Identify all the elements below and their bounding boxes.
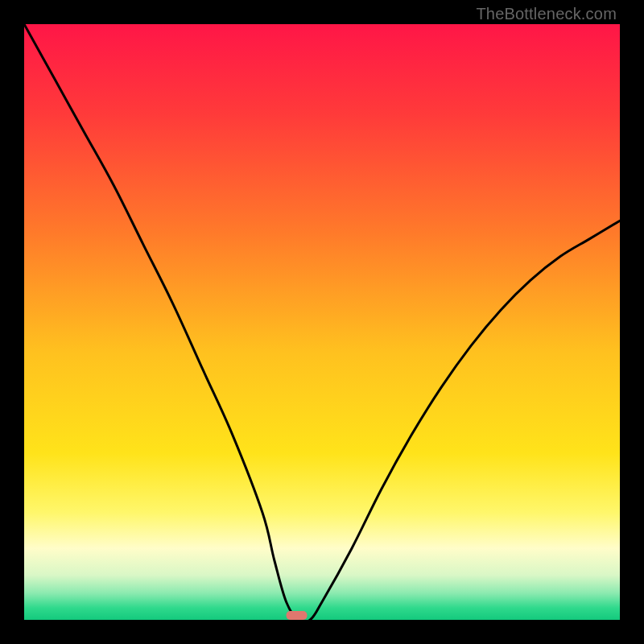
watermark-text: TheBottleneck.com	[476, 5, 617, 23]
optimal-marker	[287, 611, 308, 620]
chart-frame: TheBottleneck.com	[0, 0, 644, 644]
bottleneck-chart	[24, 24, 620, 620]
plot-area	[24, 24, 620, 620]
gradient-background	[24, 24, 620, 620]
